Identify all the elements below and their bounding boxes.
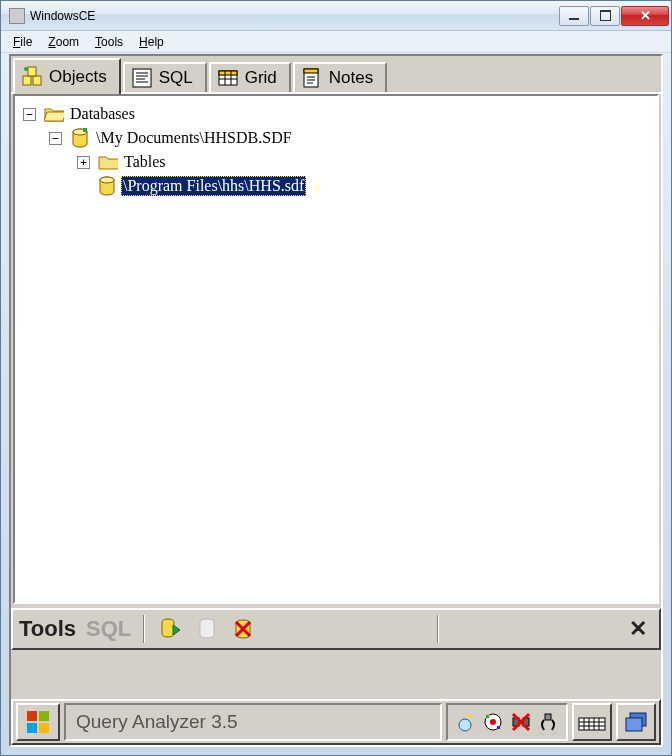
grid-icon (217, 67, 239, 89)
maximize-button[interactable] (590, 6, 620, 26)
settings-icon[interactable] (482, 711, 504, 733)
tools-close-button[interactable]: ✕ (623, 616, 653, 642)
svg-point-34 (468, 714, 472, 718)
tree-label-selected: \Program Files\hhs\HHS.sdf (121, 176, 306, 196)
svg-rect-44 (579, 718, 605, 730)
objects-icon (21, 66, 43, 88)
database-disabled-button (193, 615, 221, 643)
tools-label: Tools (19, 616, 76, 642)
menu-zoom[interactable]: Zoom (41, 33, 86, 51)
network-icon[interactable] (454, 711, 476, 733)
separator (143, 615, 145, 643)
taskbar-app-label: Query Analyzer 3.5 (76, 711, 238, 733)
folder-icon (98, 153, 118, 171)
app-icon (9, 8, 25, 24)
svg-rect-1 (33, 76, 41, 85)
tree-node-databases[interactable]: − Databases (19, 102, 653, 126)
titlebar[interactable]: WindowsCE ✕ (1, 1, 671, 31)
svg-rect-29 (27, 711, 37, 721)
svg-rect-32 (39, 723, 49, 733)
start-button[interactable] (16, 703, 60, 741)
svg-point-3 (24, 67, 28, 71)
tree-panel: − Databases − \My Documents\HHSDB.SDF (13, 94, 659, 604)
svg-rect-52 (626, 718, 642, 731)
expander-minus-icon[interactable]: − (23, 108, 36, 121)
execute-button[interactable] (157, 615, 185, 643)
taskbar-app[interactable]: Query Analyzer 3.5 (64, 703, 442, 741)
svg-rect-4 (133, 69, 151, 87)
tab-objects-label: Objects (49, 67, 107, 87)
taskbar: Query Analyzer 3.5 (11, 699, 661, 745)
tree-label: Databases (68, 104, 137, 124)
tree: − Databases − \My Documents\HHSDB.SDF (15, 96, 657, 204)
svg-point-36 (490, 719, 496, 725)
tab-grid[interactable]: Grid (209, 62, 291, 92)
svg-rect-31 (27, 723, 37, 733)
power-icon[interactable] (538, 711, 560, 733)
minimize-button[interactable] (559, 6, 589, 26)
menu-file[interactable]: File (6, 33, 39, 51)
tab-objects[interactable]: Objects (13, 58, 121, 94)
svg-rect-30 (39, 711, 49, 721)
expander-plus-icon[interactable]: + (77, 156, 90, 169)
svg-rect-10 (219, 71, 237, 75)
tab-grid-label: Grid (245, 68, 277, 88)
menu-tools[interactable]: Tools (88, 33, 130, 51)
svg-rect-43 (545, 714, 551, 720)
menu-help[interactable]: Help (132, 33, 171, 51)
svg-rect-37 (486, 715, 489, 718)
svg-rect-2 (28, 67, 36, 76)
tree-node-db2[interactable]: \Program Files\hhs\HHS.sdf (19, 174, 653, 198)
keyboard-button[interactable] (572, 703, 612, 741)
window-title: WindowsCE (30, 9, 558, 23)
expander-minus-icon[interactable]: − (49, 132, 62, 145)
close-button[interactable]: ✕ (621, 6, 669, 26)
sql-disabled-label: SQL (86, 616, 131, 642)
tree-node-db1[interactable]: − \My Documents\HHSDB.SDF (19, 126, 653, 150)
window-frame: WindowsCE ✕ File Zoom Tools Help Objects (0, 0, 672, 756)
disconnected-icon[interactable] (510, 711, 532, 733)
svg-point-33 (459, 719, 471, 731)
tab-sql-label: SQL (159, 68, 193, 88)
sql-icon (131, 67, 153, 89)
tree-label: Tables (122, 152, 168, 172)
notes-icon (301, 67, 323, 89)
svg-rect-38 (497, 726, 500, 729)
svg-rect-15 (304, 69, 318, 73)
tab-sql[interactable]: SQL (123, 62, 207, 92)
svg-rect-21 (83, 128, 87, 132)
tab-bar: Objects SQL Grid Notes (11, 56, 661, 94)
tree-label: \My Documents\HHSDB.SDF (94, 128, 294, 148)
svg-point-23 (100, 177, 114, 183)
folder-open-icon (44, 105, 64, 123)
tree-node-tables[interactable]: + Tables (19, 150, 653, 174)
app-area: Objects SQL Grid Notes (9, 54, 663, 747)
tools-strip: Tools SQL ✕ (11, 608, 661, 650)
windows-button[interactable] (616, 703, 656, 741)
delete-button[interactable] (229, 615, 257, 643)
menu-bar: File Zoom Tools Help (1, 31, 671, 53)
svg-rect-0 (23, 76, 31, 85)
database-icon (70, 129, 90, 147)
database-icon (97, 177, 117, 195)
tab-notes-label: Notes (329, 68, 373, 88)
tab-notes[interactable]: Notes (293, 62, 387, 92)
system-tray (446, 703, 568, 741)
separator (437, 615, 439, 643)
